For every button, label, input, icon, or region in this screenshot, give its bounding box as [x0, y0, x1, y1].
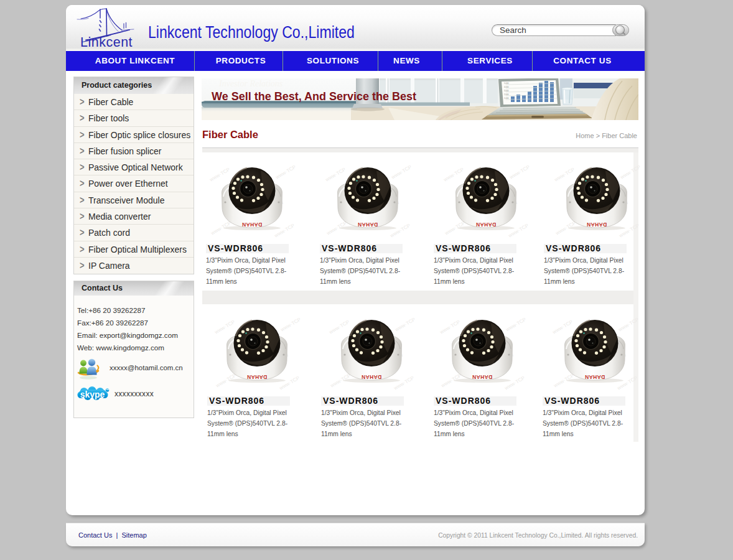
svg-text:2,000: 2,000	[504, 93, 509, 96]
svg-text:3,000: 3,000	[504, 90, 509, 92]
svg-text:We Sell the Best, And Service: We Sell the Best, And Service the Best	[212, 90, 416, 103]
svg-text:5,000: 5,000	[504, 82, 509, 85]
svg-text:skype: skype	[80, 390, 105, 399]
svg-text:4,000: 4,000	[504, 86, 509, 88]
svg-text:1,000: 1,000	[504, 97, 509, 100]
svg-text:Linkcent: Linkcent	[80, 35, 133, 50]
svg-text:Investor Relations: Investor Relations	[218, 79, 283, 88]
svg-text:™: ™	[106, 388, 110, 392]
